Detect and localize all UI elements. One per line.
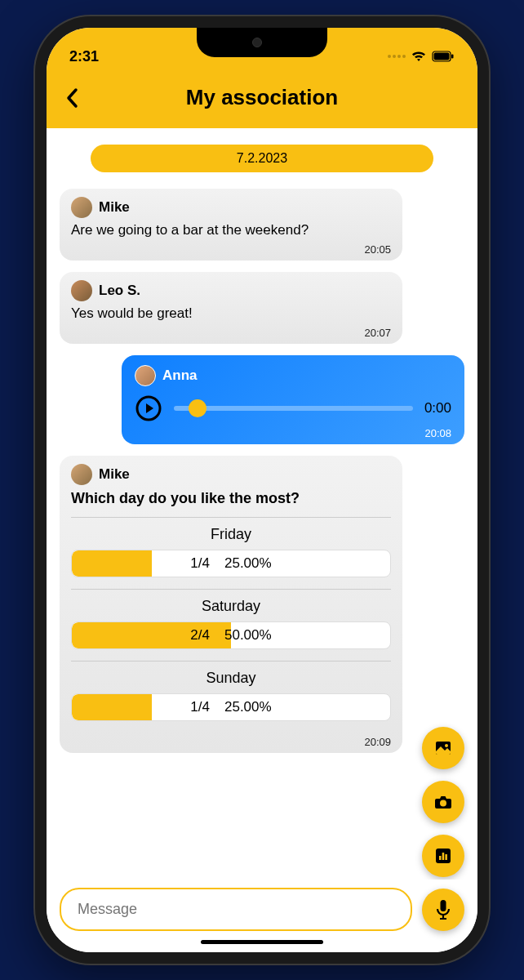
notch xyxy=(197,28,327,57)
message-time: 20:07 xyxy=(71,327,391,339)
poll-option[interactable]: Saturday 2/4 50.00% xyxy=(71,589,391,661)
svg-rect-10 xyxy=(445,854,447,860)
camera-icon xyxy=(433,792,453,812)
poll-option[interactable]: Friday 1/4 25.00% xyxy=(71,517,391,589)
sender-name: Leo S. xyxy=(99,283,140,299)
svg-rect-2 xyxy=(451,55,454,59)
message-bubble[interactable]: Leo S. Yes would be great! 20:07 xyxy=(60,272,402,344)
poll-percent: 25.00% xyxy=(224,555,272,572)
date-badge: 7.2.2023 xyxy=(91,145,433,172)
audio-slider[interactable] xyxy=(174,406,413,411)
message-time: 20:09 xyxy=(71,736,391,748)
audio-duration: 0:00 xyxy=(424,400,451,416)
svg-rect-1 xyxy=(434,53,450,60)
sender-name: Mike xyxy=(99,466,130,483)
message-text: Yes would be great! xyxy=(71,305,391,323)
poll-percent: 50.00% xyxy=(224,627,272,644)
poll-ratio: 1/4 xyxy=(190,699,210,715)
poll-option[interactable]: Sunday 1/4 25.00% xyxy=(71,661,391,733)
sender-name: Anna xyxy=(162,368,198,384)
poll-ratio: 2/4 xyxy=(190,627,210,644)
poll-option-label: Sunday xyxy=(71,670,391,687)
poll-bar: 1/4 25.00% xyxy=(71,693,391,721)
message-time: 20:05 xyxy=(71,243,391,256)
poll-button[interactable] xyxy=(422,835,464,877)
poll-ratio: 1/4 xyxy=(190,555,210,572)
microphone-icon xyxy=(434,899,452,920)
avatar xyxy=(71,197,92,218)
avatar xyxy=(71,464,92,485)
svg-rect-8 xyxy=(439,856,442,860)
wifi-icon xyxy=(411,50,427,63)
poll-bar: 2/4 50.00% xyxy=(71,621,391,649)
audio-thumb[interactable] xyxy=(189,399,206,417)
sender-name: Mike xyxy=(99,199,130,216)
poll-option-label: Friday xyxy=(71,526,391,543)
poll-bar: 1/4 25.00% xyxy=(71,550,391,577)
poll-option-label: Saturday xyxy=(71,598,391,615)
battery-icon xyxy=(432,51,455,62)
page-title: My association xyxy=(64,85,460,110)
image-button[interactable] xyxy=(422,727,464,769)
poll-fill xyxy=(72,550,152,577)
svg-point-5 xyxy=(445,744,448,747)
poll-fill xyxy=(72,694,152,720)
image-icon xyxy=(433,738,453,758)
camera-dot xyxy=(252,38,262,47)
svg-rect-9 xyxy=(442,853,445,860)
avatar xyxy=(71,280,92,301)
compose-bar xyxy=(47,880,477,952)
camera-button[interactable] xyxy=(422,781,464,823)
avatar xyxy=(135,365,156,386)
message-text: Are we going to a bar at the weekend? xyxy=(71,221,391,240)
phone-frame: 2:31 My association 7.2.2023 xyxy=(35,16,489,964)
message-input[interactable] xyxy=(60,888,412,931)
play-button[interactable] xyxy=(135,394,162,422)
svg-rect-11 xyxy=(441,900,446,911)
poll-message-bubble[interactable]: Mike Which day do you like the most? Fri… xyxy=(60,456,402,753)
svg-point-6 xyxy=(440,800,446,807)
message-time: 20:08 xyxy=(135,427,451,439)
audio-message-bubble[interactable]: Anna 0:00 20:08 xyxy=(122,355,464,444)
voice-button[interactable] xyxy=(422,889,464,931)
app-header: My association xyxy=(47,70,477,128)
chat-scroll[interactable]: 7.2.2023 Mike Are we going to a bar at t… xyxy=(47,128,477,883)
poll-question: Which day do you like the most? xyxy=(71,490,391,507)
phone-screen: 2:31 My association 7.2.2023 xyxy=(47,28,477,952)
play-icon xyxy=(135,394,162,422)
home-indicator[interactable] xyxy=(201,940,323,944)
cellular-dots-icon xyxy=(388,55,406,58)
poll-percent: 25.00% xyxy=(224,699,272,715)
action-fab-stack xyxy=(422,727,464,877)
chart-icon xyxy=(433,846,453,866)
message-bubble[interactable]: Mike Are we going to a bar at the weeken… xyxy=(60,189,402,261)
